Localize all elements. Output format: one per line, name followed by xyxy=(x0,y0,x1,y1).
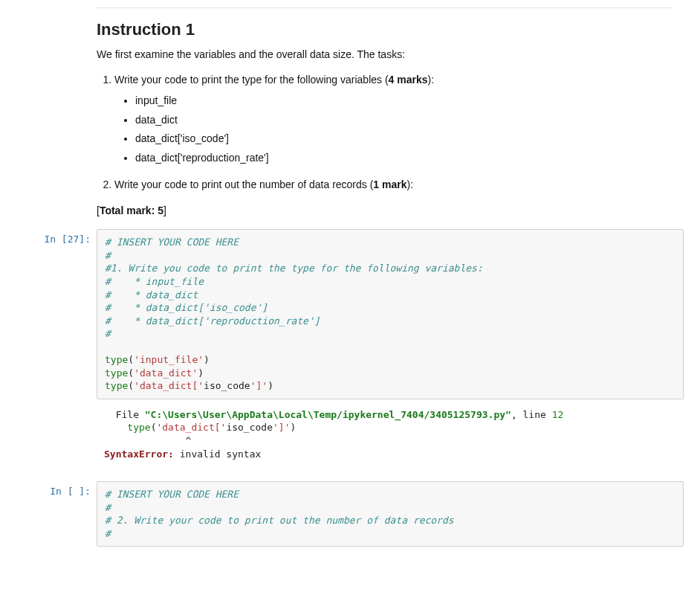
task1-marks: 4 marks xyxy=(389,74,428,86)
task1-suffix: ): xyxy=(428,74,435,86)
task-item-2: Write your code to print out the number … xyxy=(114,176,672,193)
traceback: File "C:\Users\User\AppData\Local\Temp/i… xyxy=(104,408,676,460)
task2-prefix: Write your code to print out the number … xyxy=(114,178,373,190)
code-cell-1: In [27]: # INSERT YOUR CODE HERE # #1. W… xyxy=(16,229,684,399)
variable-item: data_dict['iso_code'] xyxy=(135,130,672,147)
variable-item: input_file xyxy=(135,92,672,109)
task-list: Write your code to print the type for th… xyxy=(114,71,672,193)
code-content[interactable]: # INSERT YOUR CODE HERE # # 2. Write you… xyxy=(105,488,675,540)
input-prompt: In [27]: xyxy=(16,229,97,399)
intro-text: We first examine the variables and the o… xyxy=(97,47,672,62)
task2-suffix: ): xyxy=(407,178,414,190)
output-cell: File "C:\Users\User\AppData\Local\Temp/i… xyxy=(16,405,684,463)
variable-list: input_file data_dict data_dict['iso_code… xyxy=(135,92,672,166)
task-item-1: Write your code to print the type for th… xyxy=(114,71,672,166)
variable-item: data_dict xyxy=(135,112,672,128)
total-marks: [Total mark: 5] xyxy=(97,203,672,219)
variable-item: data_dict['reproduction_rate'] xyxy=(135,149,672,166)
code-input-area[interactable]: # INSERT YOUR CODE HERE # # 2. Write you… xyxy=(97,481,684,547)
markdown-cell: Instruction 1 We first examine the varia… xyxy=(97,7,672,219)
output-pad xyxy=(16,405,97,463)
code-cell-2: In [ ]: # INSERT YOUR CODE HERE # # 2. W… xyxy=(16,481,684,547)
notebook: Instruction 1 We first examine the varia… xyxy=(0,0,700,581)
task2-marks: 1 mark xyxy=(373,178,406,190)
input-prompt: In [ ]: xyxy=(16,481,97,547)
divider xyxy=(97,7,672,8)
task1-prefix: Write your code to print the type for th… xyxy=(114,74,389,86)
code-content[interactable]: # INSERT YOUR CODE HERE # #1. Write you … xyxy=(105,236,675,393)
code-input-area[interactable]: # INSERT YOUR CODE HERE # #1. Write you … xyxy=(97,229,684,399)
output-area: File "C:\Users\User\AppData\Local\Temp/i… xyxy=(97,405,684,463)
instruction-heading: Instruction 1 xyxy=(97,20,672,39)
